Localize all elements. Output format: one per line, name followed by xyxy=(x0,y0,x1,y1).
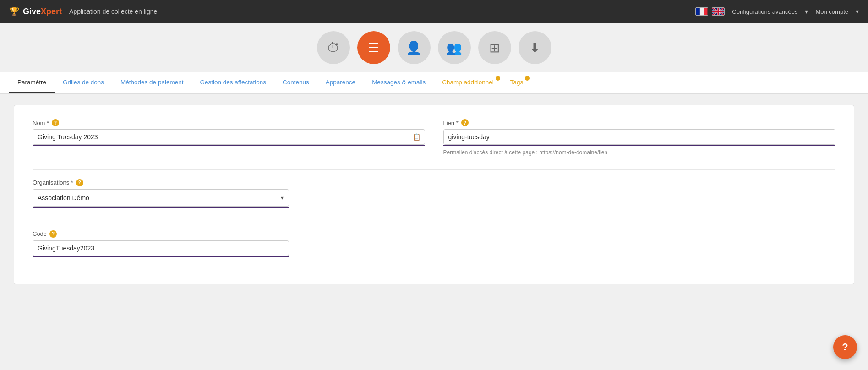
svg-rect-1 xyxy=(700,8,704,15)
flag-uk[interactable] xyxy=(712,7,725,16)
nom-info-icon[interactable]: ? xyxy=(52,119,59,126)
form-row-organisations: Organisations * ? Association Démo ▾ xyxy=(33,179,835,208)
main-content: Nom * ? 📋 Lien * ? Permalien d'accès dir… xyxy=(0,94,868,295)
tab-grilles-dons[interactable]: Grilles de dons xyxy=(55,72,112,93)
tab-tags[interactable]: Tags xyxy=(502,72,532,93)
organisations-underline xyxy=(33,207,289,208)
header-right: Configurations avancées ▾ Mon compte ▾ xyxy=(695,7,859,16)
lien-input[interactable] xyxy=(443,129,836,145)
code-info-icon[interactable]: ? xyxy=(49,230,57,238)
form-row-nom-lien: Nom * ? 📋 Lien * ? Permalien d'accès dir… xyxy=(33,119,835,157)
download-icon: ⬇ xyxy=(530,40,540,55)
form-group-lien: Lien * ? Permalien d'accès direct à cett… xyxy=(443,119,836,157)
logo: 🏆 GiveXpert xyxy=(9,6,62,16)
group-icon: 👥 xyxy=(446,40,462,55)
tab-champ-additionnel-label: Champ additionnel xyxy=(442,79,494,86)
app-header: 🏆 GiveXpert Application de collecte en l… xyxy=(0,0,868,23)
tab-methodes-paiement[interactable]: Méthodes de paiement xyxy=(112,72,191,93)
logo-icon: 🏆 xyxy=(9,6,19,16)
nom-label-text: Nom * xyxy=(33,120,49,126)
configs-arrow: ▾ xyxy=(805,8,808,15)
organisations-select[interactable]: Association Démo xyxy=(33,189,289,207)
form-row-code: Code ? xyxy=(33,230,835,257)
account-arrow: ▾ xyxy=(856,8,859,15)
nav-dashboard[interactable]: ⏱ xyxy=(317,31,350,64)
configs-avancees-link[interactable]: Configurations avancées xyxy=(732,8,797,15)
nom-calendar-icon: 📋 xyxy=(413,133,420,141)
code-input[interactable] xyxy=(33,240,289,256)
app-title: Application de collecte en ligne xyxy=(69,8,695,15)
logo-text: GiveXpert xyxy=(23,7,62,16)
lien-hint: Permalien d'accès direct à cette page : … xyxy=(443,149,836,157)
tab-parametre[interactable]: Paramètre xyxy=(9,72,55,93)
tags-dot xyxy=(525,76,530,81)
logo-give: Give xyxy=(23,7,41,16)
dashboard-icon: ⏱ xyxy=(327,40,340,55)
tab-contenus[interactable]: Contenus xyxy=(274,72,317,93)
logo-xpert: Xpert xyxy=(41,7,62,16)
nav-group[interactable]: 👥 xyxy=(438,31,471,64)
form-group-code: Code ? xyxy=(33,230,289,257)
organisations-label: Organisations * ? xyxy=(33,179,289,186)
organisations-select-wrapper: Association Démo ▾ xyxy=(33,189,289,207)
nom-input-wrapper: 📋 xyxy=(33,129,425,145)
nav-download[interactable]: ⬇ xyxy=(519,31,551,64)
menu-icon: ☰ xyxy=(368,40,379,55)
nav-menu[interactable]: ☰ xyxy=(357,31,390,64)
language-flags xyxy=(695,7,725,16)
champ-additionnel-dot xyxy=(496,76,500,81)
flag-fr[interactable] xyxy=(695,7,708,16)
form-group-nom: Nom * ? 📋 xyxy=(33,119,425,157)
tab-gestion-affectations[interactable]: Gestion des affectations xyxy=(191,72,274,93)
organisations-info-icon[interactable]: ? xyxy=(76,179,83,186)
tab-champ-additionnel[interactable]: Champ additionnel xyxy=(434,72,502,93)
tab-tags-label: Tags xyxy=(510,79,524,86)
lien-underline xyxy=(443,145,836,146)
code-label-text: Code xyxy=(33,230,47,237)
divider-1 xyxy=(33,169,835,170)
nom-label: Nom * ? xyxy=(33,119,425,126)
svg-rect-2 xyxy=(704,8,708,15)
organisations-label-text: Organisations * xyxy=(33,179,73,186)
grid-icon: ⊞ xyxy=(489,40,500,55)
form-card: Nom * ? 📋 Lien * ? Permalien d'accès dir… xyxy=(14,105,854,284)
code-underline xyxy=(33,256,289,257)
tab-messages-emails[interactable]: Messages & emails xyxy=(364,72,434,93)
tab-apparence[interactable]: Apparence xyxy=(317,72,364,93)
lien-label: Lien * ? xyxy=(443,119,836,126)
svg-rect-0 xyxy=(696,8,700,15)
lien-info-icon[interactable]: ? xyxy=(461,119,469,126)
nom-input[interactable] xyxy=(33,129,425,145)
lien-label-text: Lien * xyxy=(443,120,459,126)
nav-grid[interactable]: ⊞ xyxy=(478,31,511,64)
code-label: Code ? xyxy=(33,230,289,238)
tabs-bar: Paramètre Grilles de dons Méthodes de pa… xyxy=(0,72,868,94)
divider-2 xyxy=(33,221,835,221)
nom-underline xyxy=(33,145,425,146)
user-icon: 👤 xyxy=(406,40,422,55)
form-group-organisations: Organisations * ? Association Démo ▾ xyxy=(33,179,289,208)
mon-compte-link[interactable]: Mon compte xyxy=(815,8,848,15)
nav-icons-bar: ⏱ ☰ 👤 👥 ⊞ ⬇ xyxy=(0,23,868,72)
nav-user[interactable]: 👤 xyxy=(398,31,431,64)
